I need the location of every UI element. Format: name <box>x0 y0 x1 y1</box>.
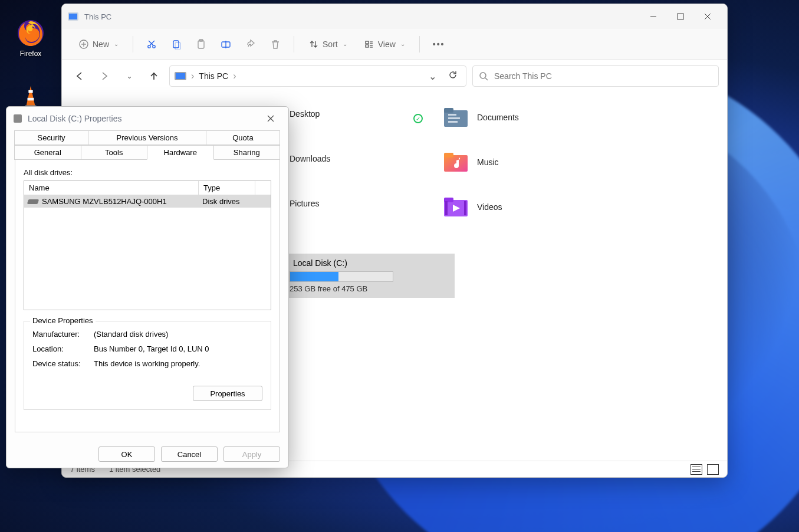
svg-marker-1 <box>27 86 35 106</box>
share-button[interactable] <box>241 34 261 55</box>
svg-point-13 <box>153 45 155 47</box>
all-drives-label: All disk drives: <box>24 168 271 177</box>
svg-rect-6 <box>678 14 683 19</box>
chevron-down-icon: ⌄ <box>343 41 347 47</box>
tab-previous-versions[interactable]: Previous Versions <box>88 130 206 145</box>
address-bar[interactable]: › This PC › ⌄ <box>169 65 466 87</box>
tab-quota[interactable]: Quota <box>206 130 280 145</box>
folder-pictures[interactable]: Pictures <box>285 199 320 208</box>
toolbar: New⌄ Sort⌄ View⌄ ••• <box>62 29 727 60</box>
copy-icon <box>171 39 182 50</box>
svg-rect-35 <box>444 155 468 172</box>
status-label: Device status: <box>32 359 94 368</box>
search-icon <box>479 71 488 81</box>
scissors-icon <box>146 39 157 50</box>
svg-rect-32 <box>448 114 456 116</box>
maximize-button[interactable] <box>667 7 694 26</box>
hdd-icon <box>27 199 39 204</box>
dialog-title: Local Disk (C:) Properties <box>28 114 122 123</box>
this-pc-icon <box>68 12 78 21</box>
up-button[interactable] <box>144 67 163 86</box>
svg-rect-31 <box>444 108 453 113</box>
svg-rect-3 <box>28 98 34 101</box>
search-box[interactable] <box>472 65 719 87</box>
dialog-titlebar[interactable]: Local Disk (C:) Properties <box>6 107 288 130</box>
disk-icon <box>14 114 22 123</box>
recent-button[interactable]: ⌄ <box>120 67 139 86</box>
desktop-icon-firefox[interactable]: Firefox <box>7 19 54 58</box>
column-type[interactable]: Type <box>199 181 255 195</box>
group-title: Device Properties <box>30 316 96 325</box>
svg-line-29 <box>485 78 488 80</box>
drive-row[interactable]: SAMSUNG MZVLB512HAJQ-000H1 Disk drives <box>24 195 271 208</box>
breadcrumb[interactable]: This PC <box>199 71 228 81</box>
paste-button[interactable] <box>191 34 211 55</box>
titlebar[interactable]: This PC <box>62 4 727 29</box>
window-title: This PC <box>84 12 111 21</box>
device-properties-button[interactable]: Properties <box>193 386 262 401</box>
sort-button[interactable]: Sort⌄ <box>302 34 353 55</box>
tab-general[interactable]: General <box>14 145 81 160</box>
view-button[interactable]: View⌄ <box>358 34 411 55</box>
delete-button[interactable] <box>265 34 285 55</box>
svg-rect-33 <box>448 117 460 119</box>
more-button[interactable]: ••• <box>428 34 450 55</box>
tab-sharing[interactable]: Sharing <box>213 145 281 160</box>
share-icon <box>245 39 256 50</box>
drives-list[interactable]: Name Type SAMSUNG MZVLB512HAJQ-000H1 Dis… <box>24 180 271 310</box>
location-value: Bus Number 0, Target Id 0, LUN 0 <box>94 344 209 353</box>
disk-local-c[interactable]: Local Disk (C:) 253 GB free of 475 GB <box>285 254 455 298</box>
chevron-down-icon: ⌄ <box>127 73 132 80</box>
tab-hardware[interactable]: Hardware <box>147 145 214 160</box>
cut-button[interactable] <box>142 34 162 55</box>
desktop-icon-label: Firefox <box>7 50 54 58</box>
minimize-button[interactable] <box>640 7 667 26</box>
dialog-close-button[interactable] <box>260 110 281 127</box>
svg-rect-40 <box>464 201 466 215</box>
new-button[interactable]: New⌄ <box>73 34 124 55</box>
sync-ok-icon: ✓ <box>413 114 423 123</box>
close-button[interactable] <box>694 7 721 26</box>
svg-rect-23 <box>366 45 369 47</box>
tab-security[interactable]: Security <box>14 130 88 145</box>
chevron-right-icon: › <box>233 71 236 81</box>
tab-page-hardware: All disk drives: Name Type SAMSUNG MZVLB… <box>15 159 280 432</box>
folder-music[interactable]: Music <box>442 149 499 175</box>
device-properties-group: Device Properties Manufacturer:(Standard… <box>24 321 271 410</box>
svg-rect-2 <box>28 90 32 93</box>
search-input[interactable] <box>494 71 712 81</box>
folder-downloads[interactable]: Downloads <box>285 154 330 163</box>
copy-button[interactable] <box>166 34 186 55</box>
nav-row: ⌄ › This PC › ⌄ <box>62 60 727 93</box>
thumbnails-view-button[interactable] <box>707 464 719 475</box>
refresh-button[interactable] <box>445 70 461 82</box>
cancel-button[interactable]: Cancel <box>161 446 218 462</box>
apply-button[interactable]: Apply <box>223 446 280 462</box>
svg-rect-17 <box>175 42 180 50</box>
svg-rect-22 <box>366 41 369 44</box>
address-dropdown[interactable]: ⌄ <box>425 71 440 82</box>
svg-rect-16 <box>173 41 179 48</box>
forward-button[interactable] <box>95 67 114 86</box>
back-button[interactable] <box>70 67 89 86</box>
tabs: Security Previous Versions Quota General… <box>15 130 280 160</box>
plus-circle-icon <box>78 39 89 50</box>
view-icon <box>364 39 374 50</box>
svg-point-12 <box>148 45 150 47</box>
music-icon <box>442 149 470 175</box>
clipboard-icon <box>196 39 206 50</box>
dialog-buttons: OK Cancel Apply <box>6 441 288 468</box>
folder-desktop[interactable]: Desktop <box>285 109 320 119</box>
rename-button[interactable] <box>216 34 236 55</box>
svg-rect-34 <box>448 121 458 123</box>
documents-icon <box>442 104 470 130</box>
column-name[interactable]: Name <box>24 181 199 195</box>
folder-documents[interactable]: Documents <box>442 104 519 130</box>
chevron-down-icon: ⌄ <box>400 41 405 47</box>
status-value: This device is working properly. <box>94 359 200 368</box>
details-view-button[interactable] <box>691 464 702 475</box>
folder-videos[interactable]: Videos <box>442 194 502 220</box>
tab-tools[interactable]: Tools <box>81 145 148 160</box>
ok-button[interactable]: OK <box>98 446 155 462</box>
svg-rect-39 <box>445 201 448 215</box>
